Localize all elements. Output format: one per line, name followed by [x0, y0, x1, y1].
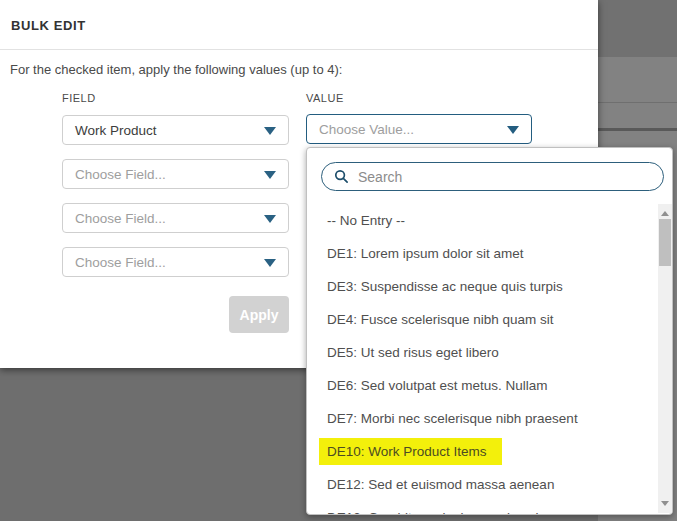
field-select-value: Choose Field... [75, 211, 166, 226]
dimmed-row-divider [598, 102, 677, 103]
dropdown-option-7[interactable]: DE7: Morbi nec scelerisque nibh praesent [307, 402, 659, 435]
scroll-up-arrow-icon[interactable] [661, 211, 669, 216]
value-option-list: -- No Entry --DE1: Lorem ipsum dolor sit… [307, 204, 659, 515]
dropdown-option-8[interactable]: DE10: Work Product Items [307, 435, 659, 468]
chevron-down-icon [264, 259, 276, 267]
option-label: -- No Entry -- [327, 213, 405, 228]
scroll-down-arrow-icon[interactable] [661, 501, 669, 506]
dropdown-scrollbar[interactable] [658, 204, 672, 513]
search-input[interactable] [356, 168, 653, 186]
value-dropdown-panel: -- No Entry --DE1: Lorem ipsum dolor sit… [306, 147, 673, 515]
apply-button[interactable]: Apply [229, 296, 289, 333]
search-icon [334, 169, 349, 184]
dropdown-search-box[interactable] [321, 162, 664, 191]
dropdown-option-10[interactable]: DE13: Curabitur quis risus sed sapien [307, 501, 659, 515]
field-select-value: Work Product [75, 123, 157, 138]
chevron-down-icon [264, 171, 276, 179]
value-column-label: VALUE [306, 92, 344, 104]
option-label: DE4: Fusce scelerisque nibh quam sit [327, 312, 554, 327]
bulk-edit-screen: BULK EDIT For the checked item, apply th… [0, 0, 677, 521]
field-select-2[interactable]: Choose Field... [62, 159, 289, 189]
option-label: DE12: Sed et euismod massa aenean [327, 477, 554, 492]
dropdown-option-1[interactable]: -- No Entry -- [307, 204, 659, 237]
chevron-down-icon [264, 215, 276, 223]
modal-title: BULK EDIT [11, 18, 86, 33]
option-label: DE1: Lorem ipsum dolor sit amet [327, 246, 524, 261]
dropdown-option-4[interactable]: DE4: Fusce scelerisque nibh quam sit [307, 303, 659, 336]
dropdown-option-6[interactable]: DE6: Sed volutpat est metus. Nullam [307, 369, 659, 402]
option-label: DE13: Curabitur quis risus sed sapien [327, 510, 554, 515]
value-select[interactable]: Choose Value... [306, 114, 532, 144]
option-label: DE3: Suspendisse ac neque quis turpis [327, 279, 563, 294]
chevron-down-icon [264, 127, 276, 135]
modal-header: BULK EDIT [0, 0, 598, 50]
value-select-placeholder: Choose Value... [319, 122, 414, 137]
modal-description: For the checked item, apply the followin… [10, 62, 342, 77]
field-select-1[interactable]: Work Product [62, 115, 289, 145]
dimmed-row-divider-dark [598, 128, 677, 131]
field-select-value: Choose Field... [75, 167, 166, 182]
chevron-down-icon [507, 126, 519, 134]
field-select-list: Work ProductChoose Field...Choose Field.… [62, 115, 289, 291]
option-label: DE5: Ut sed risus eget libero [327, 345, 499, 360]
option-label: DE6: Sed volutpat est metus. Nullam [327, 378, 548, 393]
option-label: DE7: Morbi nec scelerisque nibh praesent [327, 411, 578, 426]
highlighted-option-label: DE10: Work Product Items [319, 438, 502, 465]
dropdown-option-2[interactable]: DE1: Lorem ipsum dolor sit amet [307, 237, 659, 270]
dimmed-table-header [598, 0, 677, 57]
field-column-label: FIELD [62, 92, 96, 104]
dropdown-option-5[interactable]: DE5: Ut sed risus eget libero [307, 336, 659, 369]
dropdown-option-3[interactable]: DE3: Suspendisse ac neque quis turpis [307, 270, 659, 303]
scrollbar-thumb[interactable] [659, 219, 671, 266]
field-select-3[interactable]: Choose Field... [62, 203, 289, 233]
field-select-value: Choose Field... [75, 255, 166, 270]
dropdown-option-9[interactable]: DE12: Sed et euismod massa aenean [307, 468, 659, 501]
field-select-4[interactable]: Choose Field... [62, 247, 289, 277]
